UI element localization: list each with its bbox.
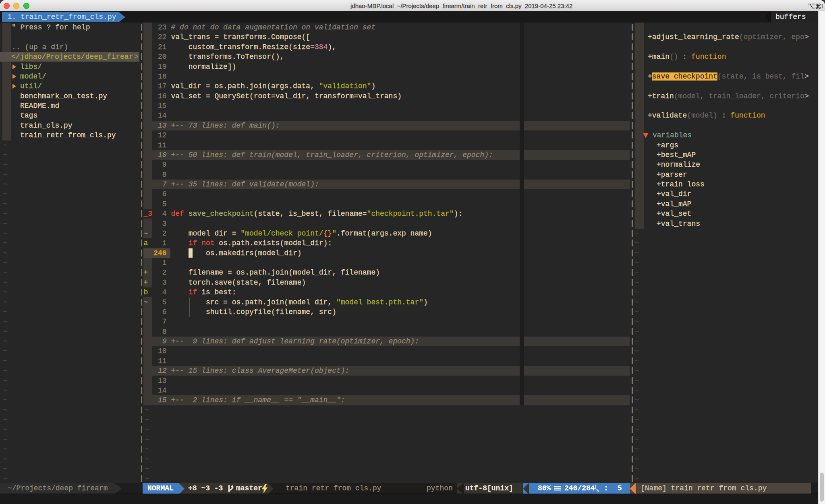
svg-text:1: 1 (821, 3, 823, 9)
svg-text:N: N (597, 489, 599, 492)
